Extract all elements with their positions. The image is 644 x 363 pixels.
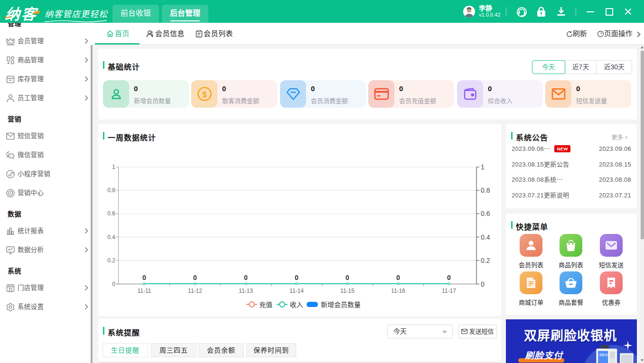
svg-text:0: 0 <box>447 274 451 281</box>
svg-text:11-12: 11-12 <box>188 288 202 294</box>
svg-text:刷脸支付: 刷脸支付 <box>599 353 610 357</box>
svg-text:0: 0 <box>481 280 485 288</box>
svg-text:0: 0 <box>244 274 248 281</box>
svg-text:充值: 充值 <box>259 301 272 308</box>
svg-text:0: 0 <box>345 274 349 281</box>
svg-text:0: 0 <box>396 274 400 281</box>
svg-text:0.8: 0.8 <box>107 187 115 194</box>
svg-text:0.6: 0.6 <box>481 210 490 217</box>
svg-text:0.6: 0.6 <box>107 210 115 217</box>
svg-text:0.8: 0.8 <box>481 186 490 194</box>
svg-text:0.4: 0.4 <box>107 234 115 241</box>
svg-text:0.2: 0.2 <box>481 257 490 264</box>
svg-text:11-16: 11-16 <box>391 288 405 294</box>
svg-text:11-13: 11-13 <box>239 288 253 294</box>
svg-text:11-11: 11-11 <box>138 288 151 294</box>
svg-text:11-15: 11-15 <box>340 288 355 294</box>
svg-text:1: 1 <box>112 164 115 170</box>
svg-text:0.4: 0.4 <box>481 233 490 241</box>
svg-text:新增会员数量: 新增会员数量 <box>321 301 361 308</box>
svg-text:$: $ <box>202 90 207 99</box>
svg-text:收入: 收入 <box>290 301 303 308</box>
svg-text:0: 0 <box>193 274 197 281</box>
svg-text:11-17: 11-17 <box>442 288 456 294</box>
svg-text:11-14: 11-14 <box>289 288 304 294</box>
svg-text:0: 0 <box>142 274 146 281</box>
svg-text:0: 0 <box>112 281 115 288</box>
svg-text:0.2: 0.2 <box>107 257 115 264</box>
svg-text:0: 0 <box>295 274 299 281</box>
svg-text:1: 1 <box>481 163 485 171</box>
